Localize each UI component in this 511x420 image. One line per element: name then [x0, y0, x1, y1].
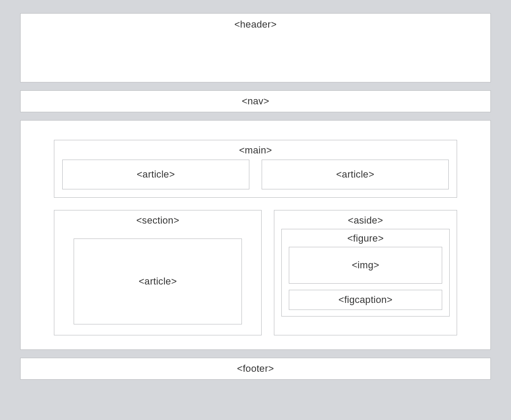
section-label: <section> [74, 215, 242, 226]
nav-label: <nav> [242, 96, 270, 107]
content-container: <main> <article> <article> <section> <ar… [20, 120, 491, 350]
main-label: <main> [62, 145, 449, 156]
figure-box: <figure> <img> <figcaption> [281, 229, 450, 317]
main-article-2-label: <article> [336, 169, 374, 180]
header-box: <header> [20, 13, 491, 82]
section-article-label: <article> [138, 276, 177, 287]
aside-label: <aside> [281, 215, 450, 226]
img-box: <img> [289, 247, 442, 284]
nav-box: <nav> [20, 90, 491, 112]
figure-label: <figure> [289, 233, 442, 244]
main-article-1-label: <article> [137, 169, 175, 180]
header-label: <header> [21, 19, 490, 30]
main-articles-row: <article> <article> [62, 160, 449, 189]
aside-box: <aside> <figure> <img> <figcaption> [274, 210, 457, 335]
section-aside-row: <section> <article> <aside> <figure> <im… [54, 210, 457, 335]
main-article-2: <article> [262, 160, 449, 189]
main-box: <main> <article> <article> [54, 140, 457, 198]
section-article: <article> [74, 238, 242, 324]
section-box: <section> <article> [54, 210, 262, 335]
figcaption-label: <figcaption> [338, 294, 392, 306]
footer-box: <footer> [20, 358, 491, 380]
main-article-1: <article> [62, 160, 249, 189]
img-label: <img> [352, 260, 380, 271]
figcaption-box: <figcaption> [289, 290, 442, 310]
footer-label: <footer> [237, 363, 274, 374]
